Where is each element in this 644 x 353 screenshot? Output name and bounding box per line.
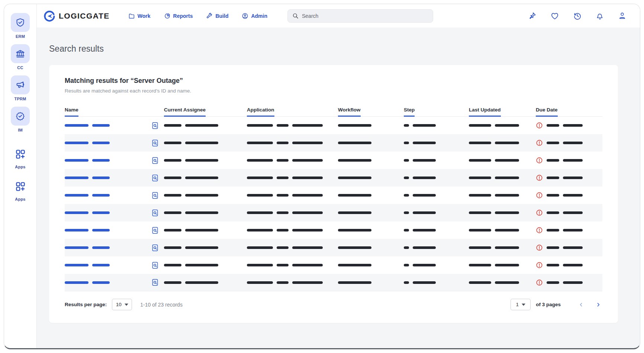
- record-preview-icon[interactable]: [151, 261, 159, 269]
- table-row[interactable]: [65, 134, 602, 152]
- last-updated-skeleton: [469, 229, 519, 231]
- name-skeleton: [65, 159, 110, 162]
- pin-icon[interactable]: [528, 12, 537, 20]
- name-skeleton: [65, 194, 110, 197]
- overdue-alert-icon: [536, 192, 543, 199]
- step-skeleton: [404, 194, 436, 197]
- table-body: [65, 117, 602, 291]
- workflow-skeleton: [338, 194, 371, 197]
- name-skeleton: [65, 264, 110, 266]
- table-row[interactable]: [65, 204, 602, 221]
- record-preview-icon[interactable]: [151, 278, 159, 286]
- sidebar-item-apps-1[interactable]: Apps: [11, 146, 30, 169]
- nav-item-reports[interactable]: Reports: [164, 13, 193, 19]
- page-value: 1: [516, 302, 519, 307]
- search-icon: [292, 13, 299, 19]
- workflow-skeleton: [338, 159, 371, 162]
- sidebar-item-erm[interactable]: ERM: [11, 13, 30, 39]
- name-skeleton: [65, 124, 110, 127]
- table-row[interactable]: [65, 117, 602, 134]
- bank-icon: [11, 44, 30, 63]
- sidebar-item-label: Apps: [15, 165, 25, 169]
- workflow-skeleton: [338, 124, 371, 127]
- megaphone-icon: [11, 75, 30, 94]
- record-preview-icon[interactable]: [151, 226, 159, 234]
- assignee-skeleton: [164, 246, 218, 249]
- favorites-heart-icon[interactable]: [550, 12, 559, 20]
- step-skeleton: [404, 229, 436, 231]
- workflow-skeleton: [338, 142, 371, 144]
- table-row[interactable]: [65, 169, 602, 187]
- overdue-alert-icon: [536, 227, 543, 234]
- logo[interactable]: LOGICGATE: [44, 10, 110, 22]
- table-row[interactable]: [65, 152, 602, 169]
- nav-item-label: Work: [138, 13, 151, 19]
- step-skeleton: [404, 176, 436, 179]
- overdue-alert-icon: [536, 174, 543, 181]
- nav-item-build[interactable]: Build: [206, 13, 228, 19]
- nav-item-label: Reports: [173, 13, 193, 19]
- card-subheading: Results are matched against each record'…: [65, 88, 602, 94]
- record-preview-icon[interactable]: [151, 174, 159, 182]
- record-preview-icon[interactable]: [151, 122, 159, 130]
- record-preview-icon[interactable]: [151, 244, 159, 252]
- pager: 1 of 3 pages: [511, 299, 602, 310]
- due-date-skeleton: [547, 142, 583, 144]
- table-row[interactable]: [65, 239, 602, 256]
- application-skeleton: [247, 211, 323, 214]
- search-input[interactable]: [302, 13, 428, 19]
- record-preview-icon[interactable]: [151, 209, 159, 217]
- application-skeleton: [247, 194, 323, 197]
- record-preview-icon[interactable]: [151, 156, 159, 165]
- history-icon[interactable]: [573, 12, 582, 20]
- sidebar-item-label: Apps: [15, 197, 25, 201]
- application-skeleton: [247, 159, 323, 162]
- assignee-skeleton: [164, 281, 218, 284]
- assignee-skeleton: [164, 176, 218, 179]
- sidebar-item-im[interactable]: IM: [11, 107, 30, 132]
- table-row[interactable]: [65, 187, 602, 204]
- folder-icon: [128, 13, 135, 19]
- sidebar-item-apps-2[interactable]: Apps: [11, 178, 30, 201]
- badge-check-icon: [11, 107, 30, 126]
- record-preview-icon[interactable]: [151, 191, 159, 200]
- nav-item-work[interactable]: Work: [128, 13, 151, 19]
- shield-check-icon: [11, 13, 30, 32]
- table-row[interactable]: [65, 274, 602, 291]
- results-per-page-select[interactable]: 10: [112, 299, 132, 310]
- application-skeleton: [247, 281, 323, 284]
- sidebar-item-cc[interactable]: CC: [11, 44, 30, 70]
- notifications-bell-icon[interactable]: [596, 12, 604, 20]
- column-header-current-assignee: Current Assignee: [164, 106, 247, 116]
- step-skeleton: [404, 264, 436, 266]
- next-page-button[interactable]: [594, 301, 602, 309]
- last-updated-skeleton: [469, 264, 519, 266]
- previous-page-button[interactable]: [577, 301, 585, 309]
- assignee-skeleton: [164, 211, 218, 214]
- search-results-card: Matching results for “Server Outage” Res…: [49, 65, 618, 323]
- page-select[interactable]: 1: [511, 299, 531, 310]
- global-search[interactable]: [287, 9, 433, 23]
- sidebar-item-tprm[interactable]: TPRM: [11, 75, 30, 101]
- user-profile-icon[interactable]: [618, 12, 627, 20]
- logicgate-logo-icon: [44, 10, 55, 22]
- table-row[interactable]: [65, 221, 602, 239]
- record-preview-icon[interactable]: [151, 139, 159, 147]
- column-header-last-updated: Last Updated: [469, 106, 536, 116]
- due-date-skeleton: [547, 124, 583, 127]
- pie-chart-icon: [164, 13, 171, 19]
- table-row[interactable]: [65, 256, 602, 274]
- assignee-skeleton: [164, 124, 218, 127]
- wrench-icon: [206, 13, 213, 19]
- overdue-alert-icon: [536, 279, 543, 286]
- last-updated-skeleton: [469, 246, 519, 249]
- due-date-skeleton: [547, 281, 583, 284]
- sidebar-item-label: TPRM: [15, 97, 26, 101]
- nav-item-admin[interactable]: Admin: [242, 13, 267, 19]
- workflow-skeleton: [338, 281, 371, 284]
- name-skeleton: [65, 281, 110, 284]
- due-date-skeleton: [547, 246, 583, 249]
- nav-item-label: Admin: [251, 13, 267, 19]
- name-skeleton: [65, 211, 110, 214]
- last-updated-skeleton: [469, 281, 519, 284]
